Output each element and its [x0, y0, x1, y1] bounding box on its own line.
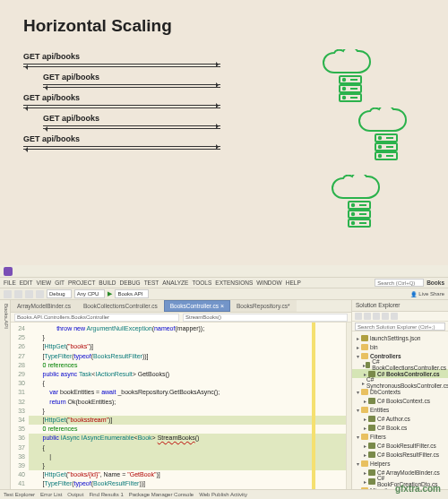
explorer-search	[352, 322, 448, 331]
menu-tools[interactable]: TOOLS	[192, 280, 211, 286]
status-item[interactable]: Error List	[40, 492, 62, 497]
chevron-icon[interactable]: ▾	[355, 434, 361, 440]
editor-tab[interactable]: BooksRepository.cs*	[230, 300, 297, 312]
home-icon[interactable]	[355, 313, 362, 320]
close-icon[interactable]: ×	[220, 303, 224, 309]
explorer-search-input[interactable]	[355, 323, 445, 331]
chevron-icon[interactable]: ▾	[355, 353, 361, 359]
svg-point-5	[343, 97, 345, 99]
menu-view[interactable]: VIEW	[37, 280, 52, 286]
chevron-icon[interactable]: ▸	[362, 452, 368, 458]
file-icon	[368, 452, 375, 458]
search-input[interactable]	[375, 279, 424, 287]
menu-analyze[interactable]: ANALYZE	[162, 280, 188, 286]
platform-dropdown[interactable]: Any CPU	[74, 289, 106, 298]
menu-git[interactable]: GIT	[55, 280, 65, 286]
sync-icon[interactable]	[382, 313, 389, 320]
chevron-icon[interactable]: ▸	[362, 469, 368, 476]
tree-node[interactable]: ▸bin	[352, 342, 448, 351]
menu-help[interactable]: HELP	[286, 280, 301, 286]
cloud-server-icon	[354, 108, 418, 165]
chevron-icon[interactable]: ▸	[362, 398, 368, 404]
nav-back-icon[interactable]	[4, 290, 12, 298]
svg-point-14	[379, 155, 381, 157]
arrow-left-icon	[23, 108, 220, 108]
menu-project[interactable]: PROJECT	[68, 280, 95, 286]
menu-bar: FILEEDITVIEWGITPROJECTBUILDDEBUGTESTANAL…	[0, 278, 448, 288]
arrow-left-icon	[23, 149, 220, 150]
request-label: GET api/books	[23, 134, 220, 143]
change-indicator	[312, 323, 315, 489]
request-list: GET api/booksGET api/booksGET api/booksG…	[23, 52, 220, 150]
editor-tab[interactable]: BooksController.cs×	[164, 300, 230, 312]
editor-tab[interactable]: BookCollectionsController.cs	[77, 300, 164, 312]
live-share-button[interactable]: 👤 Live Share	[410, 291, 444, 297]
cloud-server-icon	[327, 175, 392, 232]
svg-point-12	[379, 137, 381, 139]
chevron-icon[interactable]: ▾	[355, 460, 361, 467]
run-target-dropdown[interactable]: Books.API	[115, 289, 149, 298]
code-editor[interactable]: 24 25 26 27 28 29 30 31 32 33 34 35 36 3…	[11, 323, 351, 489]
server-icons	[260, 49, 426, 251]
editor-tabs: ArrayModelBinder.csBookCollectionsContro…	[11, 300, 351, 313]
save-all-icon[interactable]	[36, 290, 44, 298]
menu-extensions[interactable]: EXTENSIONS	[215, 280, 253, 286]
chevron-icon[interactable]: ▸	[362, 416, 368, 422]
status-item[interactable]: Package Manager Console	[129, 492, 194, 497]
status-item[interactable]: Find Results 1	[89, 492, 123, 497]
ide-main: Books.API ArrayModelBinder.csBookCollect…	[0, 300, 448, 489]
chevron-icon[interactable]: ▾	[355, 389, 361, 395]
tree-node[interactable]: ▸C# BooksContext.cs	[352, 396, 448, 405]
refresh-icon[interactable]	[364, 313, 371, 320]
solution-name: Books	[426, 280, 444, 286]
save-icon[interactable]	[25, 290, 33, 298]
chevron-icon[interactable]: ▸	[362, 380, 365, 386]
play-icon[interactable]: ▶	[108, 290, 112, 297]
menu-window[interactable]: WINDOW	[256, 280, 282, 286]
editor-column: ArrayModelBinder.csBookCollectionsContro…	[11, 300, 351, 489]
nav-fwd-icon[interactable]	[14, 290, 22, 298]
vertical-tab[interactable]: Books.API	[0, 300, 11, 489]
code-area[interactable]: throw new ArgumentNullException(nameof(m…	[29, 323, 346, 489]
file-icon	[368, 478, 375, 485]
cloud-server-icon	[318, 49, 383, 107]
tree-node[interactable]: ▾Filters	[352, 432, 448, 441]
tree-node[interactable]: ▸C# SynchronousBooksController.cs	[352, 378, 448, 387]
status-item[interactable]: Web Publish Activity	[199, 492, 247, 497]
chevron-icon[interactable]: ▸	[362, 443, 368, 449]
tree-node[interactable]: ▸launchSettings.json	[352, 333, 448, 342]
tree-node[interactable]: ▾Helpers	[352, 459, 448, 468]
crumb-member[interactable]: StreamBooks()	[183, 314, 348, 322]
tree-node[interactable]: ▸C# BooksResultFilter.cs	[352, 450, 448, 459]
menu-file[interactable]: FILE	[4, 280, 16, 286]
collapse-icon[interactable]	[373, 313, 380, 320]
chevron-icon[interactable]: ▸	[355, 344, 361, 350]
tree-node[interactable]: ▸C# Author.cs	[352, 414, 448, 423]
menu-debug[interactable]: DEBUG	[120, 280, 141, 286]
config-dropdown[interactable]: Debug	[47, 289, 72, 298]
menu-build[interactable]: BUILD	[99, 280, 116, 286]
status-item[interactable]: Output	[67, 492, 83, 497]
menu-edit[interactable]: EDIT	[20, 280, 33, 286]
arrow-right-icon	[43, 84, 220, 85]
minimap-scrollbar[interactable]	[346, 323, 351, 489]
editor-tab[interactable]: ArrayModelBinder.cs	[11, 300, 77, 312]
file-icon	[361, 389, 368, 395]
solution-tree[interactable]: ▸launchSettings.json▸bin▾Controllers▸C# …	[352, 331, 448, 489]
crumb-namespace[interactable]: Books.API.Controllers.BooksController	[14, 314, 179, 322]
tree-node[interactable]: ▸C# BookResultFilter.cs	[352, 441, 448, 450]
arrow-left-icon	[43, 87, 220, 88]
chevron-icon[interactable]: ▸	[355, 335, 361, 341]
chevron-icon[interactable]: ▸	[362, 425, 368, 431]
file-icon	[366, 362, 370, 368]
arrow-right-icon	[23, 146, 220, 147]
tree-node[interactable]: ▸C# BookCollectionsController.cs	[352, 360, 448, 369]
file-icon	[368, 416, 375, 422]
menu-test[interactable]: TEST	[144, 280, 159, 286]
chevron-icon[interactable]: ▸	[362, 478, 368, 485]
tree-node[interactable]: ▸C# Book.cs	[352, 423, 448, 432]
chevron-icon[interactable]: ▾	[355, 407, 361, 413]
status-item[interactable]: Test Explorer	[4, 492, 35, 497]
props-icon[interactable]	[391, 313, 398, 320]
tree-node[interactable]: ▾Entities	[352, 405, 448, 414]
